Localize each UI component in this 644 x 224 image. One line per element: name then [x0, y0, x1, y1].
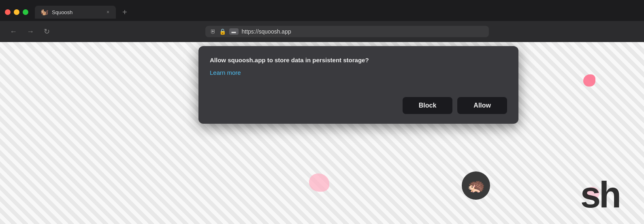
tab-bar: 🐿️ Squoosh × +	[0, 0, 644, 21]
popup-actions: Block Allow	[210, 97, 507, 114]
page-content: 🦔 sh Allow squoosh.app to store data in …	[0, 42, 644, 224]
squoosh-mascot: 🦔	[462, 171, 490, 200]
new-tab-button[interactable]: +	[119, 6, 130, 19]
tab-close-icon[interactable]: ×	[106, 9, 110, 15]
nav-bar: ← → ↻ ⛨ 🔒 ▬ https://squoosh.app	[0, 21, 644, 42]
address-bar[interactable]: ⛨ 🔒 ▬ https://squoosh.app	[205, 26, 489, 37]
shield-icon: ⛨	[210, 28, 216, 35]
traffic-lights	[5, 9, 28, 15]
url-text[interactable]: https://squoosh.app	[242, 28, 484, 35]
mascot-emoji: 🦔	[467, 177, 485, 194]
allow-button[interactable]: Allow	[457, 97, 507, 114]
brand-text: sh	[580, 174, 620, 216]
reload-button[interactable]: ↻	[41, 25, 53, 38]
info-icon[interactable]: ▬	[229, 28, 239, 35]
address-icons: ⛨ 🔒 ▬	[210, 28, 239, 35]
forward-button[interactable]: →	[23, 26, 37, 38]
maximize-button[interactable]	[23, 9, 28, 15]
decorative-blob-1	[583, 74, 595, 87]
tab-favicon: 🐿️	[41, 9, 49, 15]
browser-tab[interactable]: 🐿️ Squoosh ×	[35, 6, 116, 19]
lock-icon: 🔒	[219, 28, 226, 35]
learn-more-link[interactable]: Learn more	[210, 69, 241, 76]
popup-message: Allow squoosh.app to store data in persi…	[210, 56, 507, 64]
decorative-blob-2	[309, 173, 329, 192]
back-button[interactable]: ←	[6, 26, 20, 38]
block-button[interactable]: Block	[403, 97, 453, 114]
close-button[interactable]	[5, 9, 11, 15]
permission-popup: Allow squoosh.app to store data in persi…	[198, 46, 518, 124]
tab-title: Squoosh	[52, 9, 102, 15]
minimize-button[interactable]	[14, 9, 19, 15]
